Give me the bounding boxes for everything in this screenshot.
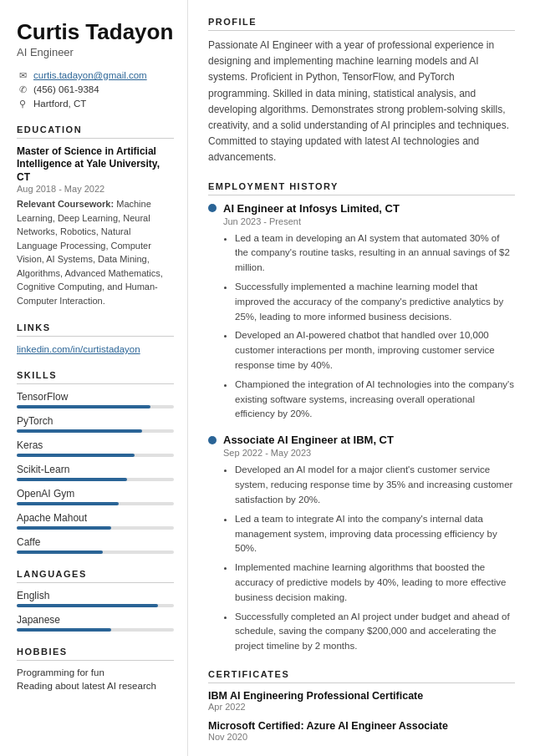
skill-bar-bg	[17, 454, 174, 457]
job-dot	[208, 204, 217, 212]
job-bullet: Developed an AI model for a major client…	[235, 463, 515, 507]
edu-coursework: Relevant Coursework: Machine Learning, D…	[17, 197, 174, 307]
right-column: PROFILE Passionate AI Engineer with a ye…	[188, 0, 535, 756]
certificates-section-title: CERTIFICATES	[208, 669, 515, 683]
language-bar-bg	[17, 604, 174, 607]
skill-name: OpenAI Gym	[17, 488, 174, 500]
employment-section: EMPLOYMENT HISTORY AI Engineer at Infosy…	[208, 181, 515, 655]
skill-name: Keras	[17, 439, 174, 451]
coursework-label: Relevant Coursework:	[17, 199, 114, 209]
left-column: Curtis Tadayon AI Engineer ✉ curtis.tada…	[0, 0, 188, 756]
skill-bar-fill	[17, 405, 150, 408]
hobby-item: Reading about latest AI research	[17, 681, 174, 691]
location-text: Hartford, CT	[33, 99, 86, 109]
linkedin-link[interactable]: linkedin.com/in/curtistadayon	[17, 344, 140, 354]
candidate-name: Curtis Tadayon	[17, 20, 174, 44]
skill-bar-fill	[17, 526, 111, 530]
certificates-list: IBM AI Engineering Professional Certific…	[208, 690, 515, 742]
job-title-text: Associate AI Engineer at IBM, CT	[223, 434, 394, 446]
profile-text: Passionate AI Engineer with a year of pr…	[208, 38, 515, 166]
skill-item: Apache Mahout	[17, 512, 174, 530]
email-icon: ✉	[17, 70, 28, 81]
candidate-title: AI Engineer	[17, 46, 174, 58]
skill-item: OpenAI Gym	[17, 488, 174, 505]
languages-section-title: LANGUAGES	[17, 569, 174, 583]
edu-degree: Master of Science in Artificial Intellig…	[17, 145, 174, 185]
linkedin-link-container: linkedin.com/in/curtistadayon	[17, 343, 174, 355]
skill-item: TensorFlow	[17, 391, 174, 408]
location-icon: ⚲	[17, 99, 28, 109]
employment-section-title: EMPLOYMENT HISTORY	[208, 181, 515, 195]
job-bullets: Developed an AI model for a major client…	[223, 463, 515, 654]
job-header: AI Engineer at Infosys Limited, CT	[208, 202, 515, 215]
job-entry: AI Engineer at Infosys Limited, CT Jun 2…	[208, 202, 515, 423]
skill-bar-fill	[17, 454, 135, 457]
job-bullet: Successfully completed an AI project und…	[235, 610, 515, 654]
job-bullet: Led a team to integrate AI into the comp…	[235, 512, 515, 556]
skill-bar-bg	[17, 551, 174, 554]
language-name: Japanese	[17, 614, 174, 626]
certificates-section: CERTIFICATES IBM AI Engineering Professi…	[208, 669, 515, 742]
phone-icon: ✆	[17, 84, 28, 95]
profile-section: PROFILE Passionate AI Engineer with a ye…	[208, 17, 515, 166]
contact-phone: ✆ (456) 061-9384	[17, 84, 174, 95]
hobby-item: Programming for fun	[17, 667, 174, 677]
language-bar-bg	[17, 628, 174, 632]
language-bar-fill	[17, 628, 111, 632]
skills-section-title: SKILLS	[17, 370, 174, 384]
contact-email: ✉ curtis.tadayon@gmail.com	[17, 70, 174, 81]
job-title-text: AI Engineer at Infosys Limited, CT	[223, 202, 400, 215]
skill-bar-fill	[17, 502, 119, 505]
skill-name: Scikit-Learn	[17, 464, 174, 475]
cert-name: IBM AI Engineering Professional Certific…	[208, 690, 515, 702]
jobs-list: AI Engineer at Infosys Limited, CT Jun 2…	[208, 202, 515, 655]
skill-item: PyTorch	[17, 415, 174, 433]
hobbies-section-title: HOBBIES	[17, 647, 174, 661]
job-bullet: Developed an AI-powered chatbot that han…	[235, 328, 515, 373]
links-section-title: LINKS	[17, 322, 174, 337]
contact-location: ⚲ Hartford, CT	[17, 99, 174, 109]
certificate-entry: Microsoft Certified: Azure AI Engineer A…	[208, 720, 515, 742]
edu-date: Aug 2018 - May 2022	[17, 184, 174, 194]
skill-bar-bg	[17, 429, 174, 433]
job-date: Sep 2022 - May 2023	[223, 448, 515, 458]
job-dot	[208, 436, 217, 444]
job-bullets: Led a team in developing an AI system th…	[223, 231, 515, 423]
skills-list: TensorFlow PyTorch Keras Scikit-Learn Op…	[17, 391, 174, 554]
email-link[interactable]: curtis.tadayon@gmail.com	[33, 70, 147, 80]
skill-bar-bg	[17, 478, 174, 481]
job-date: Jun 2023 - Present	[223, 216, 515, 226]
language-item: English	[17, 590, 174, 607]
phone-number: (456) 061-9384	[33, 84, 99, 94]
skill-name: Apache Mahout	[17, 512, 174, 524]
skill-bar-fill	[17, 478, 127, 481]
job-entry: Associate AI Engineer at IBM, CT Sep 202…	[208, 434, 515, 654]
skill-name: TensorFlow	[17, 391, 174, 403]
cert-name: Microsoft Certified: Azure AI Engineer A…	[208, 720, 515, 732]
certificate-entry: IBM AI Engineering Professional Certific…	[208, 690, 515, 712]
job-bullet: Implemented machine learning algorithms …	[235, 561, 515, 605]
language-item: Japanese	[17, 614, 174, 632]
cert-date: Apr 2022	[208, 702, 515, 712]
skill-item: Caffe	[17, 536, 174, 554]
skill-bar-fill	[17, 429, 142, 433]
skill-name: Caffe	[17, 536, 174, 548]
skill-item: Scikit-Learn	[17, 464, 174, 481]
language-bar-fill	[17, 604, 158, 607]
job-header: Associate AI Engineer at IBM, CT	[208, 434, 515, 446]
job-bullet: Led a team in developing an AI system th…	[235, 231, 515, 276]
skill-bar-bg	[17, 405, 174, 408]
education-section-title: EDUCATION	[17, 124, 174, 139]
skill-name: PyTorch	[17, 415, 174, 427]
skill-item: Keras	[17, 439, 174, 457]
profile-section-title: PROFILE	[208, 17, 515, 31]
job-bullet: Successfully implemented a machine learn…	[235, 280, 515, 324]
job-bullet: Championed the integration of AI technol…	[235, 378, 515, 422]
cert-date: Nov 2020	[208, 732, 515, 742]
coursework-text: Machine Learning, Deep Learning, Neural …	[17, 199, 163, 306]
skill-bar-bg	[17, 502, 174, 505]
skill-bar-bg	[17, 526, 174, 530]
language-name: English	[17, 590, 174, 601]
hobbies-list: Programming for funReading about latest …	[17, 667, 174, 691]
languages-list: English Japanese	[17, 590, 174, 632]
